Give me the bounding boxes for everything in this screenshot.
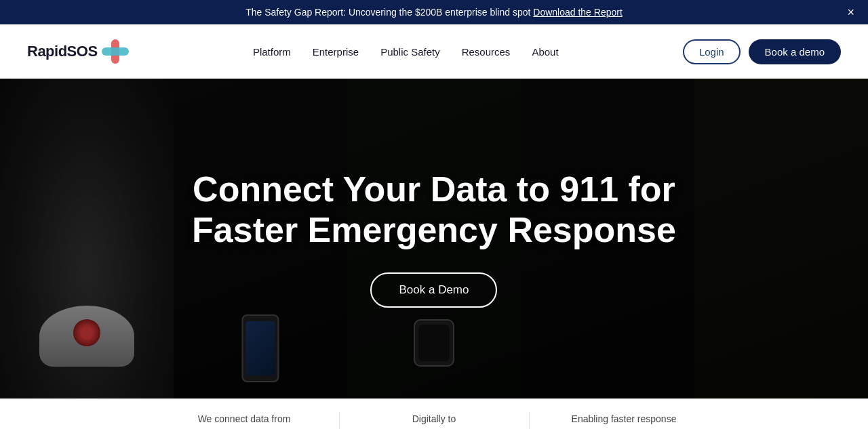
stat-text-0: We connect data fromdevices, apps, and s…: [163, 412, 326, 429]
hero-heading: Connect Your Data to 911 for Faster Emer…: [192, 169, 676, 251]
book-demo-nav-button[interactable]: Book a demo: [749, 39, 841, 64]
stat-item-0: We connect data fromdevices, apps, and s…: [149, 412, 339, 429]
svg-rect-1: [102, 47, 129, 56]
book-demo-hero-button[interactable]: Book a Demo: [370, 272, 497, 308]
announcement-text: The Safety Gap Report: Uncovering the $2…: [245, 7, 533, 18]
stat-item-1: Digitally tofirst responders: [339, 412, 529, 429]
logo-text: RapidSOS: [27, 43, 98, 60]
stat-item-2: Enabling faster responsesaving lives and…: [529, 412, 719, 429]
rapidsos-logo-icon: [102, 39, 129, 64]
stat-text-2: Enabling faster responsesaving lives and…: [542, 412, 705, 429]
login-button[interactable]: Login: [683, 39, 741, 64]
announcement-bar: The Safety Gap Report: Uncovering the $2…: [0, 0, 868, 24]
close-announcement-button[interactable]: ×: [847, 6, 854, 18]
nav-item-about[interactable]: About: [532, 46, 558, 58]
hero-section: Connect Your Data to 911 for Faster Emer…: [0, 79, 868, 399]
nav-item-public-safety[interactable]: Public Safety: [380, 46, 440, 58]
hero-content: Connect Your Data to 911 for Faster Emer…: [178, 169, 690, 308]
stat-text-1: Digitally tofirst responders: [353, 412, 515, 429]
announcement-link[interactable]: Download the Report: [533, 7, 623, 18]
header-actions: Login Book a demo: [683, 39, 841, 64]
header: RapidSOS Platform Enterprise Public Safe…: [0, 24, 868, 79]
main-nav: Platform Enterprise Public Safety Resour…: [253, 46, 559, 58]
nav-item-platform[interactable]: Platform: [253, 46, 291, 58]
nav-item-resources[interactable]: Resources: [462, 46, 511, 58]
logo[interactable]: RapidSOS: [27, 39, 129, 64]
nav-item-enterprise[interactable]: Enterprise: [313, 46, 359, 58]
stats-row: We connect data fromdevices, apps, and s…: [0, 399, 868, 429]
